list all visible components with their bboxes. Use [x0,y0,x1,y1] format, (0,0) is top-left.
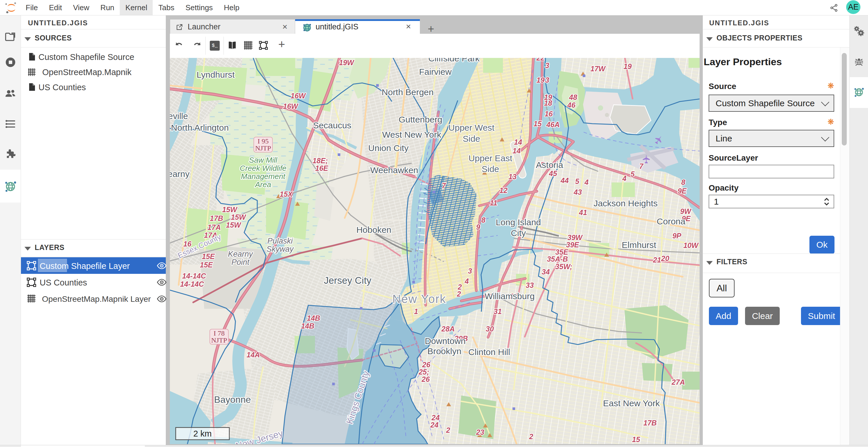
svg-text:12: 12 [499,186,507,195]
svg-text:17A: 17A [208,223,221,231]
svg-text:9E: 9E [678,187,687,195]
svg-text:14: 14 [514,138,522,146]
svg-text:16E: 16E [315,164,329,172]
svg-text:17W: 17W [590,65,606,73]
svg-text:11: 11 [490,199,497,207]
svg-text:10W: 10W [683,241,699,249]
svg-text:35A-B: 35A-B [547,255,568,263]
svg-text:46A: 46A [546,121,560,129]
svg-text:Cliffside Park: Cliffside Park [428,58,480,63]
svg-text:Skyway: Skyway [266,245,294,253]
svg-text:46: 46 [567,101,576,109]
svg-text:eville: eville [170,111,188,121]
svg-text:North Bergen: North Bergen [382,87,434,97]
svg-text:Fairview: Fairview [419,67,452,76]
svg-text:Clinton Hill: Clinton Hill [468,347,510,357]
svg-text:15E: 15E [202,252,215,261]
svg-text:2: 2 [446,426,450,434]
svg-text:35W;: 35W; [555,263,572,271]
svg-text:Corona: Corona [657,216,686,226]
svg-text:9P: 9P [673,232,682,240]
svg-text:15E: 15E [200,261,213,269]
svg-text:19: 19 [536,76,545,84]
svg-text:14-14C: 14-14C [180,280,204,288]
svg-text:East New York: East New York [603,399,660,408]
svg-text:2: 2 [529,433,533,441]
svg-text:Side: Side [482,164,499,174]
svg-text:16W: 16W [283,102,299,110]
svg-text:Williamsburg: Williamsburg [485,291,535,301]
svg-text:19W: 19W [339,59,354,67]
svg-text:Upper East: Upper East [468,153,513,163]
svg-text:26: 26 [422,360,431,369]
svg-text:Downtown: Downtown [425,336,466,346]
svg-text:North Arlington: North Arlington [171,123,229,132]
svg-text:14-14C: 14-14C [182,272,206,280]
svg-text:Kearny: Kearny [170,169,190,179]
svg-text:8: 8 [482,216,486,224]
svg-text:Long Island: Long Island [496,217,541,227]
svg-text:5: 5 [575,177,580,185]
svg-text:14A: 14A [247,351,260,359]
svg-text:New York: New York [393,293,446,305]
svg-text:19: 19 [624,62,632,70]
svg-text:Astoria: Astoria [536,160,563,170]
svg-text:9: 9 [476,223,480,231]
svg-text:34: 34 [542,268,550,276]
svg-text:Saw Mill: Saw Mill [249,156,278,164]
svg-text:15: 15 [533,119,542,128]
svg-text:5: 5 [630,170,635,178]
svg-text:15: 15 [632,435,641,444]
svg-text:9W: 9W [680,207,692,215]
svg-text:8: 8 [681,178,685,186]
svg-text:Hoboken: Hoboken [356,225,391,235]
svg-text:West New York: West New York [382,130,442,139]
svg-text:Area: Area [255,180,271,189]
svg-text:Side: Side [463,134,480,143]
svg-text:17B: 17B [643,419,657,427]
svg-text:Jackson Heights: Jackson Heights [593,199,658,208]
svg-text:39W: 39W [567,233,583,242]
svg-text:Elmhurst: Elmhurst [622,240,656,250]
svg-text:33: 33 [526,281,534,289]
svg-text:26: 26 [421,375,430,383]
svg-text:24: 24 [430,421,438,429]
svg-text:Creek Wildlife: Creek Wildlife [240,164,286,173]
svg-text:39E: 39E [566,241,580,249]
svg-text:Pulaski: Pulaski [267,237,293,245]
svg-text:3: 3 [468,267,472,275]
svg-text:Management: Management [241,172,286,181]
svg-text:13: 13 [508,173,517,181]
svg-text:41: 41 [579,208,587,216]
svg-text:24: 24 [431,414,440,422]
svg-text:1: 1 [414,307,418,315]
svg-text:7: 7 [442,182,446,190]
svg-text:48: 48 [569,93,577,101]
svg-text:2: 2 [457,290,461,298]
svg-text:14: 14 [513,147,521,155]
svg-text:15W: 15W [222,205,238,214]
svg-text:16: 16 [545,110,553,118]
svg-text:15W: 15W [231,213,247,221]
svg-text:2 km: 2 km [193,429,212,438]
svg-text:Guttenberg: Guttenberg [399,115,442,124]
svg-text:City: City [511,228,526,238]
svg-text:44: 44 [560,176,569,184]
svg-text:Upper West: Upper West [448,123,495,132]
svg-text:Jersey City: Jersey City [324,275,372,286]
svg-text:18: 18 [544,99,552,107]
svg-text:15X: 15X [280,190,293,198]
svg-text:22: 22 [536,58,545,62]
svg-text:45: 45 [549,169,557,177]
svg-text:30: 30 [486,325,494,333]
svg-text:Union City: Union City [368,143,408,153]
svg-text:I 78: I 78 [214,330,225,337]
svg-text:Lyndhurst: Lyndhurst [197,70,235,79]
svg-text:4: 4 [622,174,626,182]
svg-text:16W: 16W [290,92,306,100]
svg-text:27A: 27A [671,378,685,386]
svg-text:Secaucus: Secaucus [313,121,351,130]
svg-text:14B: 14B [301,322,314,330]
svg-text:Brooklyn: Brooklyn [428,346,462,356]
svg-text:I 95: I 95 [257,137,269,145]
